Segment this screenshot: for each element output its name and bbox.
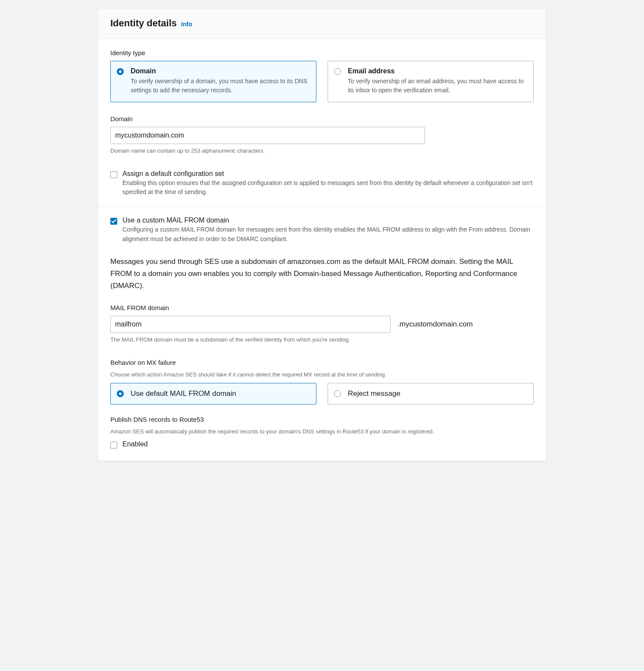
mail-from-domain-hint: The MAIL FROM domain must be a subdomain… [110,336,534,344]
identity-type-email-title: Email address [348,67,526,75]
card-header: Identity details Info [98,9,546,39]
route53-checkbox[interactable] [110,442,117,448]
page-title: Identity details [110,18,177,29]
info-link[interactable]: Info [181,21,192,28]
mail-from-domain-input[interactable] [110,316,391,333]
route53-row: Enabled [110,440,534,448]
divider [98,207,546,207]
mail-from-checkbox[interactable] [110,218,117,225]
mail-from-domain-row: .mycustomdomain.com [110,316,534,333]
mx-failure-options: Use default MAIL FROM domain Reject mess… [110,383,534,404]
route53-label: Publish DNS records to Route53 [110,416,534,423]
radio-icon [117,390,124,397]
mx-failure-default[interactable]: Use default MAIL FROM domain [110,383,316,404]
mail-from-desc: Configuring a custom MAIL FROM domain fo… [122,225,534,244]
identity-type-domain-desc: To verify ownership of a domain, you mus… [131,77,309,95]
route53-checkbox-label: Enabled [122,440,534,448]
mail-from-domain-label: MAIL FROM domain [110,304,534,311]
identity-details-card: Identity details Info Identity type Doma… [98,9,546,461]
mx-failure-reject[interactable]: Reject message [328,383,534,404]
config-set-row: Assign a default configuration set Enabl… [110,170,534,197]
domain-input[interactable] [110,127,425,144]
mx-failure-label: Behavior on MX failure [110,359,534,366]
config-set-desc: Enabling this option ensures that the as… [122,179,534,197]
identity-type-domain[interactable]: Domain To verify ownership of a domain, … [110,61,316,102]
radio-icon [117,68,124,75]
mail-from-paragraph: Messages you send through SES use a subd… [110,256,534,292]
mail-from-domain-suffix: .mycustomdomain.com [397,320,473,329]
mail-from-label: Use a custom MAIL FROM domain [122,216,534,224]
radio-icon [334,390,341,397]
domain-hint: Domain name can contain up to 253 alphan… [110,147,534,155]
identity-type-domain-title: Domain [131,67,309,75]
radio-icon [334,68,341,75]
identity-type-label: Identity type [110,49,534,56]
identity-type-options: Domain To verify ownership of a domain, … [110,61,534,102]
card-body: Identity type Domain To verify ownership… [98,39,546,461]
identity-type-email-desc: To verify ownership of an email address,… [348,77,526,95]
identity-type-email[interactable]: Email address To verify ownership of an … [328,61,534,102]
mx-failure-hint: Choose which action Amazon SES should ta… [110,370,534,379]
mx-failure-reject-title: Reject message [348,389,526,398]
config-set-checkbox[interactable] [110,171,117,178]
route53-hint: Amazon SES will automatically publish th… [110,427,534,436]
domain-label: Domain [110,115,534,122]
config-set-label: Assign a default configuration set [122,170,534,178]
mail-from-row: Use a custom MAIL FROM domain Configurin… [110,216,534,244]
mx-failure-default-title: Use default MAIL FROM domain [131,389,309,398]
